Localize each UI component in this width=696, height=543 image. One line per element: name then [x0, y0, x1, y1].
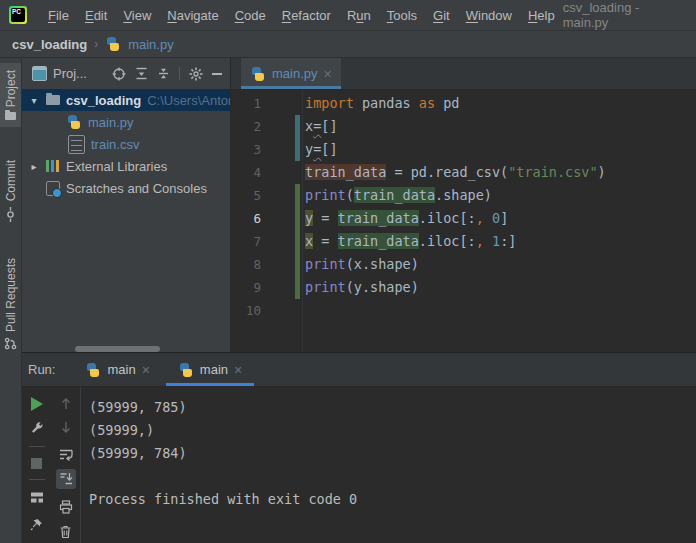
run-tab-label: main [200, 362, 228, 377]
tree-node-row[interactable]: Scratches and Consoles [22, 177, 230, 199]
code-token: (y.shape) [346, 279, 419, 295]
stripe-project-button[interactable]: Project [0, 63, 21, 127]
code-token: print [305, 187, 346, 203]
close-icon[interactable]: × [324, 67, 332, 81]
edit-configuration-button wrench-icon[interactable] [30, 422, 44, 436]
code-token: [] [321, 118, 337, 134]
menu-edit[interactable]: Edit [77, 8, 115, 23]
editor-tab-main-py[interactable]: main.py × [241, 58, 341, 89]
menu-git[interactable]: Git [425, 8, 458, 23]
stop-button stop-icon[interactable] [31, 458, 42, 469]
code-line: 5print(train_data.shape) [231, 184, 696, 207]
menu-navigate[interactable]: Navigate [159, 8, 226, 23]
tree-node-name: External Libraries [66, 159, 167, 174]
console-line: Process finished with exit code 0 [89, 488, 696, 511]
clear-all-button trash-icon[interactable] [59, 525, 72, 539]
editor-area: main.py × 1import pandas as pd2x=[]3y=[]… [231, 58, 696, 353]
tree-expanded-icon[interactable]: ▾ [28, 95, 40, 106]
stripe-commit-button[interactable]: Commit [0, 153, 21, 228]
run-console[interactable]: (59999, 785)(59999,)(59999, 784)Process … [81, 387, 696, 543]
menu-file[interactable]: File [40, 8, 77, 23]
divider [179, 67, 180, 80]
code-token: train_data [305, 164, 386, 180]
libraries-icon [46, 160, 60, 172]
main-area: Project Commit Pull Requests [0, 58, 696, 353]
csv-file-icon [68, 135, 85, 154]
close-icon[interactable]: × [142, 363, 150, 377]
close-icon[interactable]: × [234, 363, 242, 377]
breadcrumb-file[interactable]: main.py [128, 37, 174, 52]
line-number: 7 [231, 230, 261, 253]
run-tab-label: main [107, 362, 135, 377]
project-window-icon [32, 66, 47, 81]
code-text: print(y.shape) [305, 276, 419, 299]
restore-layout-button layout-icon[interactable] [30, 491, 44, 504]
code-token: , [476, 210, 484, 226]
scroll-to-end-button scroll-end-icon[interactable] [56, 469, 76, 489]
project-panel: Proj... [22, 58, 231, 353]
stripe-project-label: Project [4, 70, 18, 107]
code-token: print [305, 256, 346, 272]
code-text: import pandas as pd [305, 92, 459, 115]
line-number: 4 [231, 161, 261, 184]
code-text: x=[] [305, 115, 338, 138]
collapse-all-icon[interactable] [157, 67, 170, 80]
menu-view[interactable]: View [115, 8, 159, 23]
run-toolbar-right [51, 387, 80, 543]
stripe-pull-requests-button[interactable]: Pull Requests [0, 251, 21, 357]
commit-icon [5, 207, 16, 222]
prev-occurrence-button up-arrow-icon[interactable] [60, 397, 72, 410]
next-occurrence-button down-arrow-icon[interactable] [60, 421, 72, 434]
stripe-commit-label: Commit [4, 160, 18, 201]
code-token: ) [598, 164, 606, 180]
tree-file-name: main.py [88, 115, 134, 130]
hide-panel-icon[interactable] [212, 73, 222, 75]
locate-file-icon[interactable] [112, 67, 126, 81]
editor-tab-bar: main.py × [231, 58, 696, 90]
code-line: 9print(y.shape) [231, 276, 696, 299]
code-line: 10 [231, 299, 696, 322]
line-number: 5 [231, 184, 261, 207]
line-number: 9 [231, 276, 261, 299]
chevron-right-icon: › [94, 37, 98, 51]
project-tab-label[interactable]: Proj... [53, 66, 87, 81]
tree-collapsed-icon[interactable]: ▸ [28, 161, 40, 172]
code-token: .iloc[: [419, 210, 476, 226]
code-token: train_data [338, 210, 419, 226]
breadcrumb: csv_loading › main.py [0, 31, 696, 58]
code-text: y=[] [305, 138, 338, 161]
settings-gear-icon[interactable] [189, 67, 203, 81]
expand-all-icon[interactable] [135, 67, 148, 80]
menu-window[interactable]: Window [458, 8, 520, 23]
tree-file-row[interactable]: main.py [22, 111, 230, 133]
menu-code[interactable]: Code [227, 8, 274, 23]
menu-help[interactable]: Help [520, 8, 563, 23]
code-text: print(x.shape) [305, 253, 419, 276]
run-toolbar-left [22, 387, 51, 543]
tool-window-stripe: Project Commit Pull Requests [0, 58, 22, 353]
pin-button pin-icon[interactable] [30, 518, 43, 531]
code-token: .iloc[: [419, 233, 476, 249]
menu-run[interactable]: Run [339, 8, 379, 23]
code-editor[interactable]: 1import pandas as pd2x=[]3y=[]4train_dat… [231, 90, 696, 353]
code-token: [] [321, 141, 337, 157]
menu-refactor[interactable]: Refactor [274, 8, 339, 23]
run-tab[interactable]: main× [73, 353, 161, 386]
code-token: ] [500, 210, 508, 226]
soft-wrap-button soft-wrap-icon[interactable] [59, 448, 73, 461]
gutter-change-bar [295, 184, 300, 299]
stripe-pull-requests-label: Pull Requests [4, 258, 18, 332]
run-panel: Run: main×main× [22, 352, 696, 543]
code-line: 2x=[] [231, 115, 696, 138]
menu-tools[interactable]: Tools [379, 8, 425, 23]
code-token: y [305, 210, 313, 226]
run-tab[interactable]: main× [166, 353, 254, 386]
tree-root-row[interactable]: ▾ csv_loading C:\Users\Antony G [22, 89, 230, 111]
tree-node-row[interactable]: ▸ External Libraries [22, 155, 230, 177]
rerun-button play-icon[interactable] [31, 397, 43, 411]
gutter-change-bar [295, 115, 300, 161]
tree-file-row[interactable]: train.csv [22, 133, 230, 155]
code-token: x [305, 118, 313, 134]
print-button printer-icon[interactable] [59, 500, 73, 514]
breadcrumb-project[interactable]: csv_loading [12, 37, 87, 52]
